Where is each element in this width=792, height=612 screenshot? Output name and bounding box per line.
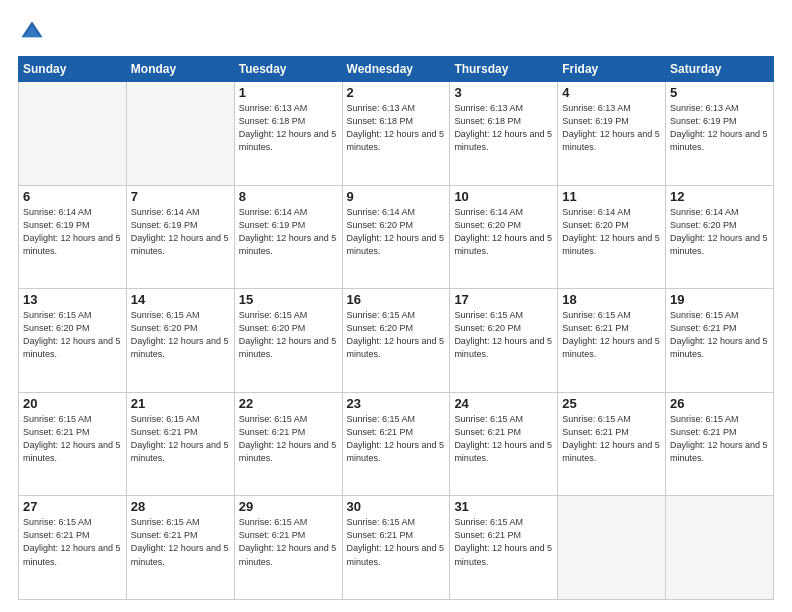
day-cell: 31Sunrise: 6:15 AM Sunset: 6:21 PM Dayli…	[450, 496, 558, 600]
day-info: Sunrise: 6:14 AM Sunset: 6:20 PM Dayligh…	[454, 206, 553, 258]
day-info: Sunrise: 6:15 AM Sunset: 6:21 PM Dayligh…	[347, 413, 446, 465]
day-number: 14	[131, 292, 230, 307]
weekday-header-sunday: Sunday	[19, 57, 127, 82]
day-cell: 27Sunrise: 6:15 AM Sunset: 6:21 PM Dayli…	[19, 496, 127, 600]
day-cell: 9Sunrise: 6:14 AM Sunset: 6:20 PM Daylig…	[342, 185, 450, 289]
day-cell: 2Sunrise: 6:13 AM Sunset: 6:18 PM Daylig…	[342, 82, 450, 186]
day-info: Sunrise: 6:15 AM Sunset: 6:21 PM Dayligh…	[23, 516, 122, 568]
day-info: Sunrise: 6:15 AM Sunset: 6:21 PM Dayligh…	[454, 413, 553, 465]
day-number: 17	[454, 292, 553, 307]
day-cell: 13Sunrise: 6:15 AM Sunset: 6:20 PM Dayli…	[19, 289, 127, 393]
day-info: Sunrise: 6:15 AM Sunset: 6:21 PM Dayligh…	[131, 413, 230, 465]
day-cell: 25Sunrise: 6:15 AM Sunset: 6:21 PM Dayli…	[558, 392, 666, 496]
day-info: Sunrise: 6:15 AM Sunset: 6:21 PM Dayligh…	[670, 413, 769, 465]
day-info: Sunrise: 6:15 AM Sunset: 6:21 PM Dayligh…	[239, 413, 338, 465]
day-info: Sunrise: 6:14 AM Sunset: 6:19 PM Dayligh…	[23, 206, 122, 258]
page: SundayMondayTuesdayWednesdayThursdayFrid…	[0, 0, 792, 612]
day-number: 6	[23, 189, 122, 204]
weekday-header-tuesday: Tuesday	[234, 57, 342, 82]
day-info: Sunrise: 6:13 AM Sunset: 6:18 PM Dayligh…	[347, 102, 446, 154]
weekday-header-row: SundayMondayTuesdayWednesdayThursdayFrid…	[19, 57, 774, 82]
day-number: 16	[347, 292, 446, 307]
day-number: 19	[670, 292, 769, 307]
day-cell: 14Sunrise: 6:15 AM Sunset: 6:20 PM Dayli…	[126, 289, 234, 393]
weekday-header-friday: Friday	[558, 57, 666, 82]
day-number: 22	[239, 396, 338, 411]
day-number: 27	[23, 499, 122, 514]
day-number: 25	[562, 396, 661, 411]
day-cell: 6Sunrise: 6:14 AM Sunset: 6:19 PM Daylig…	[19, 185, 127, 289]
day-cell	[19, 82, 127, 186]
day-info: Sunrise: 6:13 AM Sunset: 6:18 PM Dayligh…	[239, 102, 338, 154]
day-cell: 19Sunrise: 6:15 AM Sunset: 6:21 PM Dayli…	[666, 289, 774, 393]
logo	[18, 18, 50, 46]
weekday-header-monday: Monday	[126, 57, 234, 82]
day-info: Sunrise: 6:15 AM Sunset: 6:20 PM Dayligh…	[347, 309, 446, 361]
day-cell: 8Sunrise: 6:14 AM Sunset: 6:19 PM Daylig…	[234, 185, 342, 289]
day-cell: 11Sunrise: 6:14 AM Sunset: 6:20 PM Dayli…	[558, 185, 666, 289]
day-info: Sunrise: 6:15 AM Sunset: 6:21 PM Dayligh…	[454, 516, 553, 568]
day-info: Sunrise: 6:14 AM Sunset: 6:20 PM Dayligh…	[347, 206, 446, 258]
day-number: 21	[131, 396, 230, 411]
day-number: 4	[562, 85, 661, 100]
day-number: 2	[347, 85, 446, 100]
day-cell: 10Sunrise: 6:14 AM Sunset: 6:20 PM Dayli…	[450, 185, 558, 289]
day-cell: 1Sunrise: 6:13 AM Sunset: 6:18 PM Daylig…	[234, 82, 342, 186]
day-cell: 15Sunrise: 6:15 AM Sunset: 6:20 PM Dayli…	[234, 289, 342, 393]
day-info: Sunrise: 6:15 AM Sunset: 6:21 PM Dayligh…	[562, 309, 661, 361]
day-cell: 16Sunrise: 6:15 AM Sunset: 6:20 PM Dayli…	[342, 289, 450, 393]
day-cell	[558, 496, 666, 600]
day-info: Sunrise: 6:15 AM Sunset: 6:20 PM Dayligh…	[454, 309, 553, 361]
header	[18, 18, 774, 46]
day-number: 12	[670, 189, 769, 204]
day-cell: 21Sunrise: 6:15 AM Sunset: 6:21 PM Dayli…	[126, 392, 234, 496]
day-number: 23	[347, 396, 446, 411]
day-info: Sunrise: 6:15 AM Sunset: 6:20 PM Dayligh…	[23, 309, 122, 361]
day-info: Sunrise: 6:15 AM Sunset: 6:21 PM Dayligh…	[562, 413, 661, 465]
weekday-header-wednesday: Wednesday	[342, 57, 450, 82]
day-info: Sunrise: 6:13 AM Sunset: 6:18 PM Dayligh…	[454, 102, 553, 154]
week-row-3: 13Sunrise: 6:15 AM Sunset: 6:20 PM Dayli…	[19, 289, 774, 393]
day-cell: 29Sunrise: 6:15 AM Sunset: 6:21 PM Dayli…	[234, 496, 342, 600]
day-number: 26	[670, 396, 769, 411]
day-info: Sunrise: 6:15 AM Sunset: 6:20 PM Dayligh…	[239, 309, 338, 361]
day-number: 3	[454, 85, 553, 100]
day-info: Sunrise: 6:14 AM Sunset: 6:20 PM Dayligh…	[670, 206, 769, 258]
day-number: 31	[454, 499, 553, 514]
day-number: 13	[23, 292, 122, 307]
day-cell: 23Sunrise: 6:15 AM Sunset: 6:21 PM Dayli…	[342, 392, 450, 496]
day-cell: 7Sunrise: 6:14 AM Sunset: 6:19 PM Daylig…	[126, 185, 234, 289]
day-number: 20	[23, 396, 122, 411]
day-number: 11	[562, 189, 661, 204]
day-info: Sunrise: 6:15 AM Sunset: 6:21 PM Dayligh…	[23, 413, 122, 465]
day-info: Sunrise: 6:14 AM Sunset: 6:19 PM Dayligh…	[239, 206, 338, 258]
day-number: 30	[347, 499, 446, 514]
day-cell: 30Sunrise: 6:15 AM Sunset: 6:21 PM Dayli…	[342, 496, 450, 600]
day-info: Sunrise: 6:14 AM Sunset: 6:20 PM Dayligh…	[562, 206, 661, 258]
day-number: 28	[131, 499, 230, 514]
day-info: Sunrise: 6:15 AM Sunset: 6:21 PM Dayligh…	[670, 309, 769, 361]
day-info: Sunrise: 6:15 AM Sunset: 6:21 PM Dayligh…	[347, 516, 446, 568]
day-number: 29	[239, 499, 338, 514]
calendar-table: SundayMondayTuesdayWednesdayThursdayFrid…	[18, 56, 774, 600]
day-info: Sunrise: 6:15 AM Sunset: 6:21 PM Dayligh…	[131, 516, 230, 568]
day-cell: 20Sunrise: 6:15 AM Sunset: 6:21 PM Dayli…	[19, 392, 127, 496]
weekday-header-saturday: Saturday	[666, 57, 774, 82]
day-info: Sunrise: 6:13 AM Sunset: 6:19 PM Dayligh…	[670, 102, 769, 154]
weekday-header-thursday: Thursday	[450, 57, 558, 82]
day-number: 10	[454, 189, 553, 204]
day-info: Sunrise: 6:15 AM Sunset: 6:20 PM Dayligh…	[131, 309, 230, 361]
week-row-2: 6Sunrise: 6:14 AM Sunset: 6:19 PM Daylig…	[19, 185, 774, 289]
day-number: 8	[239, 189, 338, 204]
day-number: 15	[239, 292, 338, 307]
week-row-1: 1Sunrise: 6:13 AM Sunset: 6:18 PM Daylig…	[19, 82, 774, 186]
day-number: 24	[454, 396, 553, 411]
logo-icon	[18, 18, 46, 46]
day-cell: 5Sunrise: 6:13 AM Sunset: 6:19 PM Daylig…	[666, 82, 774, 186]
day-cell	[126, 82, 234, 186]
day-info: Sunrise: 6:13 AM Sunset: 6:19 PM Dayligh…	[562, 102, 661, 154]
day-cell: 26Sunrise: 6:15 AM Sunset: 6:21 PM Dayli…	[666, 392, 774, 496]
day-cell: 22Sunrise: 6:15 AM Sunset: 6:21 PM Dayli…	[234, 392, 342, 496]
day-number: 5	[670, 85, 769, 100]
day-cell: 17Sunrise: 6:15 AM Sunset: 6:20 PM Dayli…	[450, 289, 558, 393]
